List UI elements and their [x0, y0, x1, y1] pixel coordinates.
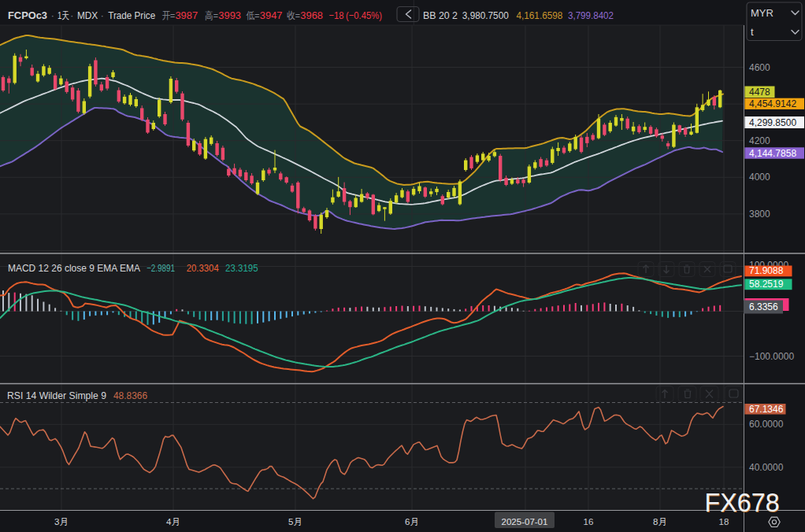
- svg-text:·: ·: [70, 9, 74, 21]
- svg-text:6.3356: 6.3356: [749, 301, 778, 312]
- svg-text:16: 16: [584, 517, 594, 526]
- svg-text:71.9088: 71.9088: [749, 265, 784, 276]
- svg-text:20.3304: 20.3304: [187, 263, 219, 274]
- svg-text:−2.9891: −2.9891: [147, 263, 175, 274]
- svg-text:3,980.7500: 3,980.7500: [462, 9, 509, 21]
- svg-text:48.8366: 48.8366: [113, 390, 147, 401]
- svg-text:4,454.9142: 4,454.9142: [749, 98, 796, 109]
- svg-text:4200: 4200: [749, 135, 770, 146]
- svg-text:3,799.8402: 3,799.8402: [568, 9, 614, 21]
- svg-text:5月: 5月: [288, 517, 302, 526]
- svg-text:60.0000: 60.0000: [749, 419, 784, 430]
- svg-text:BB 20 2: BB 20 2: [423, 9, 458, 21]
- svg-text:18: 18: [719, 517, 729, 526]
- svg-text:−18: −18: [329, 9, 344, 21]
- svg-text:3月: 3月: [54, 517, 69, 526]
- svg-text:·: ·: [51, 9, 55, 21]
- svg-text:58.2519: 58.2519: [749, 279, 784, 290]
- svg-text:40.0000: 40.0000: [749, 462, 784, 473]
- svg-text:MDX: MDX: [77, 9, 98, 21]
- svg-text:8月: 8月: [653, 517, 667, 526]
- svg-text:MACD 12 26 close 9 EMA EMA: MACD 12 26 close 9 EMA EMA: [8, 262, 140, 274]
- svg-text:FCPOc3: FCPOc3: [8, 9, 47, 21]
- svg-text:RSI 14 Wilder Simple 9: RSI 14 Wilder Simple 9: [7, 390, 106, 401]
- svg-text:1天: 1天: [58, 9, 69, 21]
- svg-text:67.1346: 67.1346: [749, 404, 784, 415]
- svg-text:t: t: [751, 26, 754, 38]
- svg-text:低=: 低=: [247, 10, 260, 21]
- svg-text:4000: 4000: [749, 172, 770, 183]
- svg-text:3987: 3987: [175, 9, 198, 21]
- svg-text:4,144.7858: 4,144.7858: [749, 148, 796, 159]
- svg-text:3968: 3968: [300, 9, 323, 21]
- svg-text:高=: 高=: [205, 10, 218, 21]
- svg-text:2025-07-01: 2025-07-01: [502, 517, 548, 526]
- svg-text:开=: 开=: [161, 10, 175, 21]
- svg-text:4,299.8500: 4,299.8500: [749, 117, 796, 128]
- svg-text:6月: 6月: [405, 517, 419, 526]
- svg-text:23.3195: 23.3195: [225, 263, 258, 274]
- svg-text:4,161.6598: 4,161.6598: [516, 9, 562, 21]
- svg-text:Trade Price: Trade Price: [108, 9, 155, 21]
- svg-text:4478: 4478: [749, 87, 770, 98]
- svg-text:(−0.45%): (−0.45%): [346, 9, 382, 21]
- svg-text:MYR: MYR: [751, 7, 773, 19]
- svg-text:3800: 3800: [749, 209, 770, 220]
- svg-text:3993: 3993: [218, 9, 241, 21]
- svg-text:3947: 3947: [260, 9, 283, 21]
- svg-text:FX678: FX678: [705, 487, 780, 517]
- svg-text:−100.0000: −100.0000: [749, 351, 794, 362]
- svg-text:4月: 4月: [166, 517, 180, 526]
- svg-text:4600: 4600: [749, 62, 770, 73]
- svg-text:·: ·: [101, 9, 105, 21]
- svg-text:收=: 收=: [287, 10, 300, 21]
